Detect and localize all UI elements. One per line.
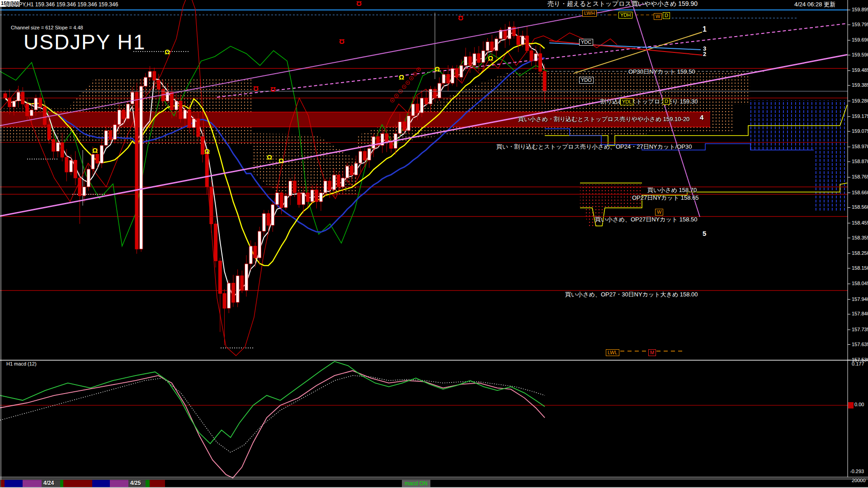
omega-yellow-icon: Ω: [488, 54, 493, 62]
price-axis-tick: 159.895: [852, 7, 868, 12]
timeline-segment: [63, 480, 92, 487]
price-axis-tick: 157.635: [852, 342, 868, 347]
price-axis-tick: 158.150: [852, 265, 868, 271]
omega-yellow-icon: Ω: [92, 146, 98, 154]
timeline-segment: [5, 480, 23, 487]
level-label-ydc: YDC: [579, 39, 593, 46]
timeline-bar[interactable]: 4/244/25: [0, 480, 868, 488]
timeline-segment: [110, 480, 128, 487]
price-axis-tick: 158.355: [852, 235, 868, 240]
price-axis-tick: 157.840: [852, 311, 868, 316]
price-annotation: OP30日NYカット 159.50: [628, 68, 695, 76]
omega-yellow-icon: Ω: [165, 48, 170, 56]
price-axis-tick: 159.175: [852, 113, 868, 119]
price-axis-tick: 159.795: [852, 22, 868, 27]
price-axis-tick: 157.530: [852, 357, 868, 362]
timeline-date-label: 4/24: [43, 480, 54, 486]
omega-red-icon: Ω: [253, 85, 259, 93]
omega-red-icon: Ω: [339, 38, 344, 46]
price-axis-tick: 157.735: [852, 327, 868, 332]
price-axis-tick: 158.660: [852, 190, 868, 195]
macd-axis-min: -0.293: [850, 469, 864, 474]
level-label-lwh: LWH: [582, 10, 597, 17]
price-axis-tick: 158.765: [852, 174, 868, 179]
timeline-segment: [60, 480, 63, 487]
price-annotation: 買い・割り込むとストップロス売り小さめ、OP24・27日NYカット/OP30: [496, 143, 692, 151]
timeline-segment: [92, 480, 110, 487]
price-axis-tick: 158.045: [852, 281, 868, 286]
symbol-watermark: USDJPY H1: [24, 30, 146, 54]
wave-number-2: 2: [703, 51, 706, 57]
trading-chart-window: { "window": { "title_line": "USDJPY,H1 1…: [0, 0, 868, 488]
annotation-sell-stop-159-90: 売り・超えるとストップロス買いやや小さめ 159.90: [547, 0, 698, 8]
update-timestamp: 4/24 06:28 更新: [794, 0, 835, 9]
level-label-d: D: [663, 12, 670, 19]
price-annotation: OP27日NYカット 158.65: [632, 194, 699, 202]
chart-canvas[interactable]: [0, 0, 868, 488]
price-axis-tick: 159.075: [852, 128, 868, 134]
omega-red-icon: Ω: [356, 0, 362, 8]
level-label-m: M: [648, 349, 656, 356]
price-annotation: 買い小さめ、OP27日NYカット 158.50: [595, 216, 698, 224]
omega-yellow-icon: Ω: [204, 147, 210, 155]
price-axis-tick: 158.455: [852, 220, 868, 225]
price-axis-tick: 157.940: [852, 296, 868, 302]
timeline-segment: [23, 480, 42, 487]
price-axis-tick: 158.970: [852, 144, 868, 149]
timeline-segment: [150, 480, 165, 487]
timeline-segment: [1, 480, 5, 487]
timeline-segment: [146, 480, 150, 487]
omega-yellow-icon: Ω: [278, 157, 284, 164]
price-axis-tick: 159.385: [852, 82, 868, 88]
macd-pane-label: H1 macd (12): [6, 361, 37, 366]
macd-axis-zero: 0.00: [854, 402, 864, 407]
macd-on-button[interactable]: macd ON: [402, 480, 430, 487]
timeline-date-label: 4/25: [130, 480, 141, 486]
price-annotation: 割り込むとストップロス売り 159.30: [600, 98, 698, 106]
level-label-w: W: [655, 209, 663, 216]
omega-yellow-icon: Ω: [399, 73, 404, 81]
level-label-lwl: LWL: [606, 349, 619, 356]
wave-number-4: 4: [700, 113, 703, 121]
omega-red-icon: Ω: [458, 14, 463, 22]
wave-number-1: 1: [703, 25, 707, 33]
price-axis-tick: 159.590: [852, 52, 868, 57]
price-axis-tick: 158.560: [852, 204, 868, 210]
level-label-ydo: YDO: [579, 77, 594, 84]
level-label-d: D: [663, 98, 670, 105]
omega-yellow-icon: Ω: [434, 65, 440, 73]
price-annotation: 買い小さめ 158.70: [647, 186, 697, 194]
level-label-w: W: [654, 13, 662, 20]
price-axis-tick: 159.690: [852, 37, 868, 42]
level-label-ydh: YDH: [618, 12, 632, 19]
level-label-ydl: YDL: [620, 99, 633, 105]
wave-number-5: 5: [703, 230, 706, 237]
price-annotation: 買い小さめ・割り込むとストップロス売りやや小さめ 159.10-20: [518, 115, 689, 123]
price-axis-tick: 159.280: [852, 98, 868, 103]
omega-yellow-icon: Ω: [267, 153, 272, 161]
price-axis-tick: 158.870: [852, 159, 868, 164]
price-axis-tick: 159.485: [852, 67, 868, 73]
price-annotation: 買い小さめ、OP27・30日NYカット大きめ 158.00: [565, 291, 698, 299]
omega-red-icon: Ω: [270, 86, 276, 94]
price-axis-tick: 158.250: [852, 250, 868, 256]
